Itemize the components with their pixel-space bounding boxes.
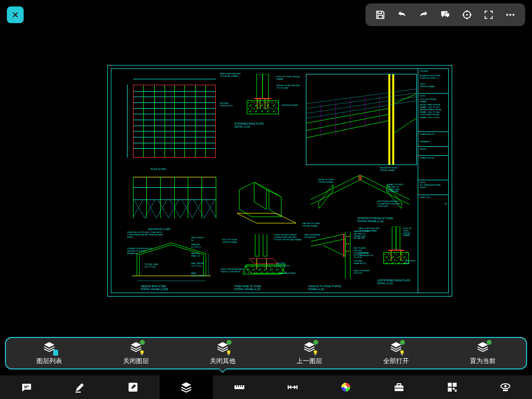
callout-rafter: RAFTER : SPAN ~25 [191,253,200,258]
open-all-button[interactable]: 💡 全部打开 [353,338,439,368]
callout-hdb: HOLDING DOWN BOLTS [220,102,233,107]
ridge-title: STIFFING AT RIDGE OF STEEL PORTAL FRAME … [358,217,394,223]
tb-course-value: ADVANCED BUILDING CONSTRUCTION - 1 [420,74,447,79]
svg-point-22 [358,178,359,179]
tb-note2: NOTE : ALL DIMENSIONS ARE IN MM [418,180,448,195]
svg-rect-45 [448,388,452,392]
callout-base: BASE : 500 TO 1000mm [191,272,206,277]
layers-tool-button[interactable] [160,375,213,399]
close-layer-label: 关闭图层 [123,357,149,366]
tb-submitted-by: SUBMITTED BY : [418,156,448,180]
svg-point-21 [361,176,362,177]
tb-sheet-label: SHEET NO : [420,196,447,199]
redo-button[interactable] [413,6,434,23]
active-pointer-icon [218,368,227,373]
baseplate-title: STIFFENED BASE PLATE DETAIL (1:10) [234,122,264,128]
tb-course: COURSE : ADVANCED BUILDING CONSTRUCTION … [418,69,448,94]
save-button[interactable] [369,6,391,23]
toolbox-button[interactable] [372,375,426,399]
top-toolbar [0,0,532,30]
callout-bpw2: BASE PLATE WELDED TO PORTAL FRAME [359,228,379,233]
drawing-sheet: COURSE : ADVANCED BUILDING CONSTRUCTION … [107,65,452,297]
callout-deck: DECK DEPTH : 6m [191,237,205,242]
sheet-border: COURSE : ADVANCED BUILDING CONSTRUCTION … [111,68,449,293]
svg-rect-31 [392,227,396,250]
callout-foot3: FOOT OF STEEL PORTAL FRAME [403,228,417,237]
callout-ridge: RIDGE OF STEEL PORTAL FRAME [318,179,334,184]
callout-sheeting: SHEETING IS TYPICALLY CLAD WITH CORRUGAT… [127,232,163,238]
measure-tool-button[interactable] [213,375,266,399]
close-layer-button[interactable]: 💡 关闭图层 [93,338,179,368]
plan-view [127,79,216,165]
tb-note2-value: ALL DIMENSIONS ARE IN MM [420,184,447,189]
fullscreen-button[interactable] [478,6,499,23]
section-title: MEDIUM SPAN STEEL PORTAL FRAME (1:200) [141,285,168,291]
callout-foot2: FOOT OF STEEL PORTAL FRAME [222,239,238,244]
svg-point-3 [509,14,511,16]
tb-sheet: SHEET NO : 03 [418,195,448,293]
svg-rect-46 [453,388,455,390]
tb-dated: DATED : [418,147,448,156]
svg-rect-41 [397,384,401,386]
dimension-tool-button[interactable] [266,375,319,399]
svg-rect-8 [257,74,263,99]
prev-layer-label: 上一图层 [297,357,322,366]
elevation-view [127,175,216,224]
svg-rect-32 [396,227,400,250]
callout-grout: GROUT BETWEEN BASE PLATE & CONCRETE [221,268,244,273]
tb-dated-label: DATED : [420,148,447,150]
layer-list-button[interactable]: 图层列表 [6,338,93,368]
callout-foot: FOOT OF STEEL PORTAL FRAME [276,76,300,81]
set-current-button[interactable]: 置为当前 [439,338,526,368]
svg-rect-38 [234,385,244,389]
callout-rafter2: RAFTER OF STEEL PORTAL FRAME [380,167,398,172]
svg-rect-9 [263,74,268,99]
bottom-toolbar [0,375,532,399]
fixedbase-title: FIXED BASE TO STEEL PORTAL FRAME (1:10) [234,285,262,291]
tb-remarks-label: REMARKS : [420,140,447,143]
svg-rect-47 [455,390,457,392]
set-current-label: 置为当前 [470,357,496,366]
svg-point-2 [506,14,508,16]
drawing-canvas[interactable]: COURSE : ADVANCED BUILDING CONSTRUCTION … [0,30,532,335]
close-other-button[interactable]: 💡 关闭其他 [179,338,266,368]
callout-cb: COLUMN BEAM BOLTS [354,260,366,265]
close-button[interactable] [7,6,24,23]
pencil-tool-button[interactable] [53,375,106,399]
note-tool-button[interactable] [0,375,53,399]
unstiff-detail: BASE PLATE WELDED TO PORTAL FRAME FOOT O… [377,227,417,286]
callout-hdb2: HOLDING DOWN BOLTS [276,263,290,267]
svg-point-49 [504,385,507,388]
callout-gusset: GUSSET PLATE WELDED TO COLUMN [276,85,300,90]
svg-point-30 [348,251,349,252]
more-button[interactable] [499,6,521,23]
callout-connection: CONNECTION BOLTED OR WELDED TO RESIST MO… [127,248,152,255]
svg-point-39 [344,386,347,389]
tb-subby-label: SUBMITTED BY : [420,157,447,159]
color-tool-button[interactable] [319,375,372,399]
callout-beamcut: BEAM CUTTINGS WELDED TO UNDER SIDE OF RA… [387,184,403,193]
prev-layer-button[interactable]: 💡 上一图层 [266,338,353,368]
tb-sheet-value: 03 [420,202,447,205]
callout-sg: STEEL GUSSET PLATES & BASE PLATE WELDED … [274,234,301,241]
tb-course-label: COURSE : [420,70,447,72]
layer-toolbar: 图层列表 💡 关闭图层 💡 关闭其他 💡 上一图层 💡 全部打 [5,337,527,369]
callout-conc2: CONCRETE BASE [279,272,296,275]
grid-tool-button[interactable] [426,375,479,399]
svg-point-25 [346,236,347,237]
comment-button[interactable] [434,6,456,23]
open-all-label: 全部打开 [383,357,409,366]
view-tool-button[interactable] [479,375,532,399]
tb-note-value: TITLE OF PORTAL FRAME SHORT SPAN PORTAL … [420,98,447,119]
plan-title: PLAN (1:100) [151,167,166,170]
edit-tool-button[interactable] [106,375,160,399]
haunch-title: HAUNCH TO STEEL PORTAL FRAME (1:10) [308,285,342,291]
callout-conc3: CONCRETE BASE [404,260,417,265]
tb-note: NOTE : TITLE OF PORTAL FRAME SHORT SPAN … [418,94,448,132]
section-view: SHEETING IS TYPICALLY CLAD WITH CORRUGAT… [127,234,216,286]
undo-button[interactable] [391,6,413,23]
reticle-button[interactable] [456,6,478,23]
layer-list-label: 图层列表 [36,357,62,366]
perspective-view [306,74,417,165]
callout-span: TYPICAL SPAN 15m TO 50m [144,264,158,268]
